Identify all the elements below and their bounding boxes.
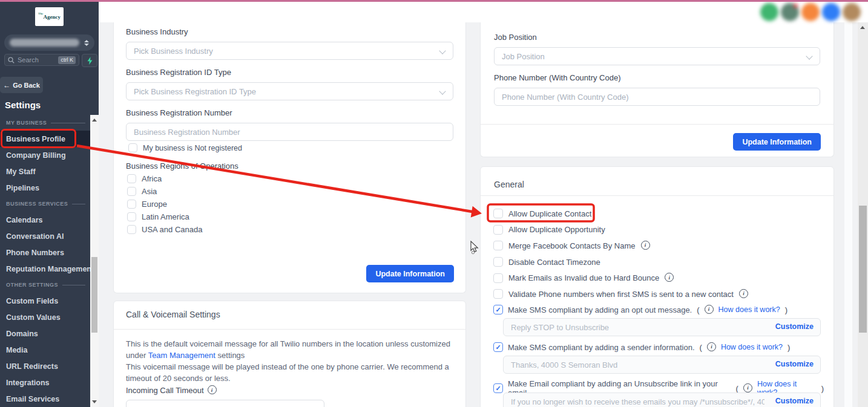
sidebar-item-business-profile[interactable]: Business Profile: [0, 131, 90, 147]
page-scrollbar[interactable]: [858, 22, 868, 407]
checkbox-make-sms-compliant-by-adding-an-opt-out-message[interactable]: [493, 305, 503, 314]
compliance-input-2[interactable]: [503, 356, 821, 374]
sidebar-item-my-staff[interactable]: My Staff: [0, 163, 90, 180]
team-management-link[interactable]: Team Management: [148, 351, 215, 360]
checkbox-allow-duplicate-contact[interactable]: [493, 209, 503, 218]
avatar-orange[interactable]: [801, 3, 820, 21]
customize-link[interactable]: Customize: [775, 360, 814, 368]
customize-link[interactable]: Customize: [775, 322, 814, 331]
avatar-tan[interactable]: [843, 3, 861, 21]
registration-id-type-select[interactable]: [126, 82, 453, 100]
toggle-row-disable-contact-timezone: Disable Contact Timezone: [481, 254, 833, 270]
region-checkbox-africa[interactable]: [127, 174, 136, 183]
info-icon[interactable]: [707, 342, 716, 351]
sidebar-scrollbar[interactable]: [90, 115, 99, 407]
compliance-input-row-3: Customize: [503, 392, 821, 407]
sidebar-item-custom-values[interactable]: Custom Values: [0, 309, 90, 325]
region-checkbox-europe[interactable]: [127, 200, 136, 209]
compliance-row-1: Make SMS compliant by adding an opt out …: [493, 305, 824, 314]
location-picker[interactable]: [4, 34, 94, 51]
section-divider-line: [51, 123, 85, 123]
bolt-icon: [87, 57, 93, 65]
sidebar-item-reputation-management[interactable]: Reputation Management: [0, 261, 90, 277]
checkbox-validate-phone-numbers-when-first-sms-is-sent-to-a-new-contact[interactable]: [493, 289, 503, 299]
avatar-green[interactable]: [760, 3, 778, 21]
compliance-input-1[interactable]: [503, 318, 821, 336]
sidebar-scrollbar-thumb[interactable]: [91, 257, 97, 333]
sidebar-item-phone-numbers[interactable]: Phone Numbers: [0, 244, 90, 261]
phone-number-label: Phone Number (With Country Code): [494, 73, 820, 82]
registration-number-field[interactable]: [126, 123, 453, 141]
location-name-blurred: [10, 39, 79, 47]
checkbox-allow-duplicate-opportunity[interactable]: [493, 225, 503, 235]
info-icon[interactable]: [665, 273, 674, 282]
voicemail-desc-2: This voicemail message will be played in…: [126, 362, 453, 384]
customize-link[interactable]: Customize: [775, 397, 814, 405]
checkbox-make-sms-compliant-by-adding-a-sender-information[interactable]: [493, 342, 503, 352]
sidebar-item-media[interactable]: Media: [0, 342, 90, 358]
page-scroll-up-icon[interactable]: [860, 26, 865, 29]
job-position-select[interactable]: [494, 47, 820, 65]
sidebar-item-calendars[interactable]: Calendars: [0, 212, 90, 228]
header-avatar-group: [760, 2, 861, 22]
incoming-call-timeout-input[interactable]: [126, 400, 324, 407]
search-shortcut-badge: ctrl K: [58, 56, 76, 64]
search-input[interactable]: Search ctrl K: [4, 54, 79, 66]
not-registered-label: My business is Not registered: [143, 144, 242, 152]
scroll-down-icon[interactable]: [92, 400, 97, 403]
sidebar-item-company-billing[interactable]: Company Billing: [0, 147, 90, 163]
business-industry-select[interactable]: [126, 42, 453, 60]
checkbox-make-email-compliant-by-adding-an-unsubscribe-link-in-your-email[interactable]: [493, 383, 503, 393]
sidebar-item-custom-fields[interactable]: Custom Fields: [0, 293, 90, 309]
info-icon[interactable]: [739, 289, 748, 298]
info-icon[interactable]: [743, 383, 752, 392]
info-icon[interactable]: [641, 241, 650, 250]
not-registered-checkbox[interactable]: [128, 143, 137, 152]
checkbox-merge-facebook-contacts-by-name[interactable]: [493, 241, 503, 250]
registration-id-type-input[interactable]: [126, 82, 453, 100]
divider: [114, 329, 465, 330]
registration-number-input[interactable]: [126, 123, 453, 141]
update-information-button[interactable]: Update Information: [733, 133, 821, 151]
contact-info-card: Job Position Phone Number (With Country …: [480, 22, 834, 157]
scroll-up-icon[interactable]: [92, 119, 97, 122]
avatar-teal[interactable]: [781, 3, 799, 21]
sidebar-item-url-redirects[interactable]: URL Redirects: [0, 358, 90, 374]
how-does-it-work-link[interactable]: How does it work?: [721, 343, 783, 351]
business-industry-input[interactable]: [126, 42, 453, 60]
regions-checkbox-list: AfricaAsiaEuropeLatin AmericaUSA and Can…: [127, 172, 453, 236]
divider: [481, 195, 833, 196]
checkbox-mark-emails-as-invalid-due-to-hard-bounce[interactable]: [493, 273, 503, 283]
sidebar-item-conversation-ai[interactable]: Conversation AI: [0, 228, 90, 244]
business-industry-label: Business Industry: [126, 27, 453, 36]
sidebar-section-label: BUSINESS SERVICES: [6, 201, 68, 207]
go-back-button[interactable]: Go Back: [0, 77, 43, 93]
phone-number-input[interactable]: [494, 88, 820, 106]
sidebar-item-pipelines[interactable]: Pipelines: [0, 180, 90, 196]
how-does-it-work-link[interactable]: How does it work?: [718, 305, 780, 314]
info-icon[interactable]: [705, 305, 714, 314]
sidebar-section-my-business: MY BUSINESS: [0, 115, 90, 131]
paren-close: ): [787, 343, 790, 352]
incoming-call-timeout-field[interactable]: [126, 400, 324, 407]
checkbox-disable-contact-timezone[interactable]: [493, 257, 503, 267]
region-label-asia: Asia: [142, 187, 157, 196]
sidebar-section-other-settings: OTHER SETTINGS: [0, 277, 90, 293]
info-icon[interactable]: [208, 385, 217, 394]
sidebar-item-domains[interactable]: Domains: [0, 325, 90, 342]
phone-number-field[interactable]: [494, 88, 820, 106]
region-checkbox-usa-and-canada[interactable]: [127, 225, 136, 234]
sidebar-item-email-services[interactable]: Email Services: [0, 391, 90, 407]
region-label-usa-and-canada: USA and Canada: [142, 225, 202, 234]
compliance-input-3[interactable]: [503, 392, 821, 407]
paren-close: ): [821, 384, 824, 393]
region-checkbox-asia[interactable]: [127, 187, 136, 196]
avatar-blue[interactable]: [822, 3, 840, 21]
region-row-africa: Africa: [127, 172, 453, 185]
region-checkbox-latin-america[interactable]: [127, 212, 136, 221]
update-information-button[interactable]: Update Information: [366, 265, 454, 282]
sidebar-item-integrations[interactable]: Integrations: [0, 374, 90, 391]
page-scrollbar-thumb[interactable]: [859, 206, 867, 333]
job-position-input[interactable]: [494, 47, 820, 65]
quick-actions-button[interactable]: [82, 54, 97, 67]
